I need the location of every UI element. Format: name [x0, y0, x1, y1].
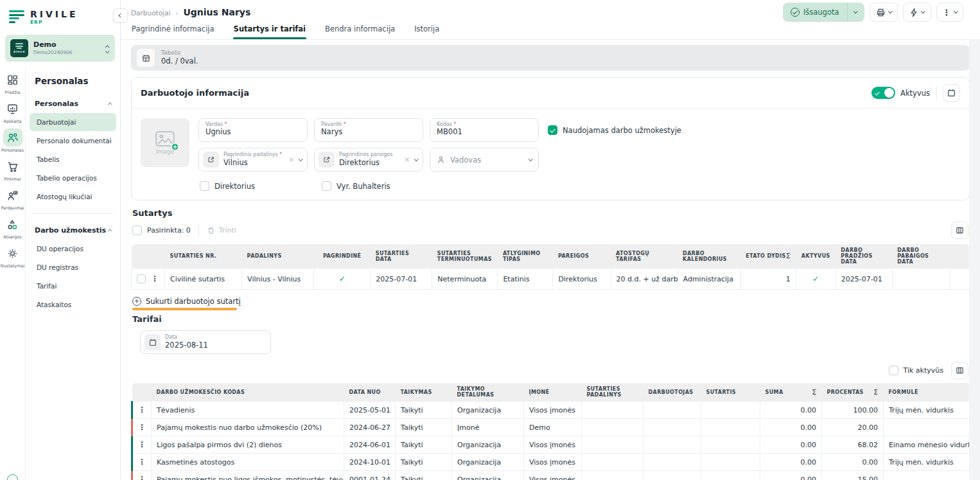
row-checkbox[interactable]: [137, 274, 146, 283]
sum-icon[interactable]: Σ: [873, 388, 878, 396]
code-field[interactable]: Kodas * MB001: [430, 118, 539, 142]
accountant-checkbox[interactable]: [322, 181, 331, 191]
external-link-icon[interactable]: [319, 152, 335, 168]
rail-item-atsargos[interactable]: Atsargos: [1, 215, 25, 240]
integrations-button[interactable]: [903, 3, 931, 22]
sidebar-item-tarifai[interactable]: Tarifai: [30, 277, 116, 295]
clear-icon[interactable]: ×: [404, 156, 410, 164]
brand-sub: ERP: [30, 19, 78, 25]
rail-item-pradzia[interactable]: Pradžia: [1, 71, 25, 95]
row-kebab-icon[interactable]: ⋮: [132, 402, 152, 419]
table-cell: 2024-06-01: [344, 436, 396, 454]
table-row[interactable]: ⋮Pajamų mokestis nuo darbo užmokesčio (2…: [132, 419, 970, 436]
sidebar-item-tabelis[interactable]: Tabelis: [30, 150, 116, 168]
chevron-down-icon[interactable]: [414, 157, 418, 161]
tab-pagrindine-informacija[interactable]: Pagrindinė informacija: [131, 23, 215, 39]
row-kebab-icon[interactable]: ⋮: [132, 471, 152, 480]
row-kebab-icon[interactable]: ⋮: [132, 454, 152, 471]
chevron-up-icon: [108, 103, 112, 107]
table-cell: 2025-05-01: [344, 402, 396, 419]
table-cell: [884, 471, 970, 480]
sidebar-item-atostogu-likuciai[interactable]: Atostogų likučiai: [30, 188, 116, 206]
home-grid-icon: [3, 71, 22, 89]
row-kebab-icon[interactable]: ⋮: [132, 436, 152, 454]
sidebar-item-du-registras[interactable]: DU registras: [30, 258, 116, 276]
selected-count: Pasirinkta: 0: [147, 226, 191, 235]
breadcrumb-parent[interactable]: Darbuotojai: [131, 9, 170, 17]
table-cell: Vilnius - Vilnius: [242, 269, 314, 290]
director-checkbox[interactable]: [200, 181, 209, 191]
sidebar-item-darbuotojai[interactable]: Darbuotojai: [30, 113, 116, 131]
app-logo: RIVILE ERP: [0, 0, 120, 33]
payroll-checkbox-label: Naudojamas darbo užmokestyje: [563, 126, 681, 135]
tariffs-column-settings-button[interactable]: [951, 362, 968, 379]
table-row[interactable]: ⋮Ligos pašalpa pirmos dvi (2) dienos2024…: [132, 436, 970, 454]
tab-istorija[interactable]: Istorija: [414, 23, 440, 39]
accountant-checkbox-row: Vyr. Buhalteris: [322, 181, 390, 191]
left-panel: RIVILE ERP RIVILE Demo Demo20240906 Prad…: [0, 0, 121, 480]
history-date-button[interactable]: [943, 84, 960, 102]
rail-item-apskaita[interactable]: Apskaita: [1, 100, 25, 124]
tariffs-date-field[interactable]: Data 2025-08-11: [140, 330, 271, 354]
row-kebab-icon[interactable]: ⋮: [132, 419, 152, 436]
rail-item-pirkimai[interactable]: Pirkimai: [1, 157, 25, 182]
help-circle-icon[interactable]: [7, 474, 18, 480]
last-name-field[interactable]: Pavardė * Narys: [314, 118, 423, 142]
saved-dropdown-caret[interactable]: [848, 3, 864, 22]
sum-icon[interactable]: Σ: [786, 252, 791, 260]
department-field[interactable]: Pagrindinis padalinys * Vilnius ×: [198, 148, 308, 172]
select-all-checkbox[interactable]: [132, 226, 142, 235]
clear-icon[interactable]: ×: [288, 156, 294, 164]
delete-button[interactable]: Trinti: [207, 226, 236, 235]
first-name-field[interactable]: Vardas * Ugnius: [198, 118, 308, 142]
saved-split-button[interactable]: Išsaugota: [783, 3, 864, 22]
table-cell: Pajamų mokestis nuo darbo užmokesčio (20…: [152, 419, 344, 436]
page-body: Tabelis 0d. / 0val. Darbuotojo informaci…: [121, 40, 980, 480]
sidebar-item-personalo-dokumentai[interactable]: Personalo dokumentai: [30, 132, 116, 150]
create-contract-link[interactable]: + Sukurti darbuotojo sutartį: [132, 297, 241, 306]
sidebar-section-darbo-uzmokestis[interactable]: Darbo užmokestis: [30, 222, 116, 239]
director-checkbox-row: Direktorius: [200, 181, 255, 191]
sidebar-section-personalas[interactable]: Personalas: [30, 95, 116, 112]
sidebar-item-ataskaitos[interactable]: Ataskaitos: [30, 296, 116, 314]
print-button[interactable]: [870, 3, 898, 22]
employee-photo-upload[interactable]: + Image: [141, 118, 189, 167]
chevron-down-icon[interactable]: [299, 157, 302, 161]
manager-select[interactable]: Vadovas: [430, 148, 539, 172]
table-row[interactable]: ⋮Kasmetinės atostogos2024-10-01TaikytiOr…: [132, 454, 970, 471]
only-active-checkbox[interactable]: [889, 366, 898, 375]
add-photo-plus-icon: +: [171, 143, 179, 151]
table-cell: Taikyti: [396, 419, 452, 436]
external-link-icon[interactable]: [203, 152, 219, 168]
sum-icon[interactable]: Σ: [812, 388, 816, 396]
rail-item-personalas[interactable]: Personalas: [1, 129, 25, 153]
rail-item-pardavimai[interactable]: Pardavimai: [1, 186, 25, 211]
table-row[interactable]: ⋮ Civilinė sutartis Vilnius - Vilnius ✓ …: [132, 269, 970, 290]
table-row[interactable]: ⋮Tėvadienis2025-05-01TaikytiOrganizacija…: [132, 402, 970, 419]
table-cell: 20 d.d. + už darbo: [611, 269, 678, 290]
saved-button-label: Išsaugota: [803, 8, 839, 17]
tab-sutartys-ir-tarifai[interactable]: Sutartys ir tarifai: [233, 23, 306, 39]
sidebar-item-du-operacijos[interactable]: DU operacijos: [30, 240, 116, 258]
kebab-icon: ⋮: [943, 8, 951, 17]
contracts-column-settings-button[interactable]: [951, 222, 968, 239]
toggle-on-icon[interactable]: [871, 87, 895, 99]
table-cell: 0.00: [760, 419, 822, 436]
row-kebab-icon[interactable]: ⋮: [151, 274, 159, 283]
table-cell: 2025-07-01: [836, 269, 892, 290]
table-cell: [701, 419, 760, 436]
sidebar-collapse-button[interactable]: [113, 8, 128, 22]
payroll-checkbox[interactable]: [548, 125, 557, 135]
workspace-logo: RIVILE: [10, 39, 28, 57]
position-field[interactable]: Pagrindinės pareigos Direktorius ×: [314, 148, 423, 172]
more-actions-button[interactable]: ⋮: [936, 3, 964, 22]
table-row[interactable]: ⋮Pajamų mokestis nuo ligos išmokos, moti…: [132, 471, 970, 480]
tariffs-table: Darbo užmokesčio kodas Data nuo Taikymas…: [131, 383, 970, 480]
chevron-down-icon: [529, 157, 532, 161]
rail-item-nustatymai[interactable]: Nustatymai: [1, 244, 25, 269]
workspace-switcher[interactable]: RIVILE Demo Demo20240906: [5, 35, 115, 62]
tab-bendra-informacija[interactable]: Bendra informacija: [324, 23, 396, 39]
sidebar-item-tabelio-operacijos[interactable]: Tabelio operacijos: [30, 169, 116, 187]
tabelis-summary-bar[interactable]: Tabelis 0d. / 0val.: [131, 45, 970, 71]
active-toggle[interactable]: Aktyvus: [871, 87, 937, 99]
